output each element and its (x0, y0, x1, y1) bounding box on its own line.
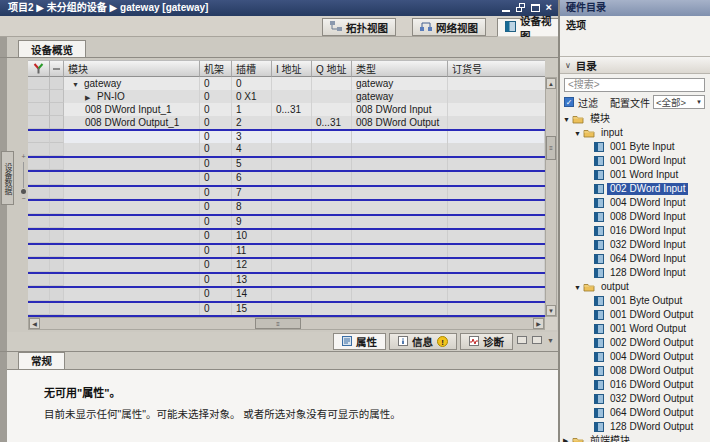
network-icon (420, 21, 432, 33)
column-header-type[interactable]: 类型 (352, 60, 448, 77)
empty-slot-row[interactable]: 04 (28, 143, 545, 155)
empty-slot-row[interactable]: 07 (28, 185, 545, 199)
scroll-right-icon[interactable]: ▶ (533, 318, 544, 329)
catalog-item[interactable]: 001 Word Input (560, 168, 710, 182)
column-header-iaddr[interactable]: I 地址 (272, 60, 312, 77)
empty-slot-row[interactable]: 09 (28, 214, 545, 228)
qaddr-cell (312, 201, 352, 213)
empty-slot-row[interactable]: 013 (28, 272, 545, 286)
options-section[interactable]: 选项 (560, 16, 710, 36)
catalog-item[interactable]: 001 DWord Output (560, 308, 710, 322)
slider-thumb[interactable] (21, 189, 26, 194)
empty-slot-row[interactable]: 012 (28, 257, 545, 271)
tab-info[interactable]: 信息 ! (389, 333, 457, 350)
empty-slot-row[interactable]: 014 (28, 286, 545, 300)
maximize-icon[interactable] (531, 4, 540, 12)
catalog-item-label: 128 DWord Input (607, 267, 688, 279)
catalog-item[interactable]: ▼input (560, 126, 710, 140)
table-row[interactable]: 008 DWord Input_1010...31008 DWord Input (28, 103, 545, 116)
search-input[interactable]: <搜索> (564, 78, 705, 92)
type-cell (352, 216, 448, 228)
catalog-item[interactable]: ▼模块 (560, 112, 710, 126)
catalog-item[interactable]: 001 Word Output (560, 322, 710, 336)
catalog-item[interactable]: 001 DWord Input (560, 154, 710, 168)
catalog-item[interactable]: 008 DWord Input (560, 210, 710, 224)
empty-slot-row[interactable]: 08 (28, 199, 545, 213)
catalog-item[interactable]: 032 DWord Output (560, 392, 710, 406)
float-panel-icon[interactable] (517, 336, 527, 344)
module-cell (64, 303, 200, 315)
catalog-item[interactable]: 001 Byte Output (560, 294, 710, 308)
empty-slot-row[interactable]: 010 (28, 228, 545, 242)
table-cell (448, 90, 545, 103)
empty-slot-row[interactable]: 011 (28, 243, 545, 257)
tab-general[interactable]: 常规 (18, 352, 65, 369)
minus-icon[interactable]: − (19, 195, 28, 203)
module-icon (594, 324, 604, 334)
catalog-item[interactable]: 128 DWord Input (560, 266, 710, 280)
filter-checkbox[interactable]: ✓ (564, 97, 574, 107)
catalog-item[interactable]: 016 DWord Input (560, 224, 710, 238)
catalog-item-label: 016 DWord Output (607, 379, 696, 391)
catalog-item[interactable]: ▼output (560, 280, 710, 294)
vertical-scrollbar[interactable]: ▲ ≡ ▼ (545, 77, 557, 317)
zoom-slider[interactable]: + − (19, 153, 28, 217)
expander-icon[interactable]: ▼ (72, 78, 84, 90)
scroll-up-icon[interactable]: ▲ (546, 78, 556, 89)
folder-icon (583, 282, 595, 292)
catalog-item[interactable]: 004 DWord Output (560, 350, 710, 364)
tab-device-view[interactable]: 设备视图 (497, 18, 560, 37)
tree-expander-icon[interactable]: ▼ (574, 130, 583, 137)
side-tab-device-data[interactable]: 设备数据 (1, 151, 14, 205)
expander-icon[interactable]: ▶ (85, 91, 97, 103)
column-header-slot[interactable]: 插槽 (232, 60, 272, 77)
catalog-section-header[interactable]: ∨ 目录 (560, 56, 710, 74)
catalog-item[interactable]: 008 DWord Output (560, 364, 710, 378)
column-header-orderno[interactable]: 订货号 (448, 60, 545, 77)
module-icon (594, 380, 604, 390)
catalog-item[interactable]: 002 DWord Input (560, 182, 710, 196)
table-row[interactable]: ▶PN-IO00 X1gateway (28, 90, 545, 103)
empty-slot-row[interactable]: 05 (28, 156, 545, 170)
tab-topology-view[interactable]: 拓扑视图 (322, 18, 396, 36)
plus-icon[interactable]: + (19, 153, 28, 161)
tab-properties[interactable]: 属性 (333, 333, 386, 350)
catalog-item[interactable]: 064 DWord Input (560, 252, 710, 266)
tab-network-view[interactable]: 网络视图 (412, 18, 486, 36)
empty-slot-row[interactable]: 015 (28, 301, 545, 315)
address-filter-icon[interactable] (28, 60, 50, 77)
tree-expander-icon[interactable]: ▼ (574, 284, 583, 291)
tab-device-overview[interactable]: 设备概览 (18, 40, 86, 58)
row-icon-cell (28, 288, 50, 300)
tree-expander-icon[interactable]: ▼ (563, 116, 572, 123)
catalog-item[interactable]: 032 DWord Input (560, 238, 710, 252)
horizontal-scrollbar[interactable]: ◀ ≡ ▶ (28, 317, 545, 330)
table-row[interactable]: ▼gateway00gateway (28, 77, 545, 90)
tab-diagnostics[interactable]: 诊断 (460, 333, 513, 350)
profile-dropdown[interactable]: <全部> ▼ (653, 95, 705, 109)
scroll-left-icon[interactable]: ◀ (29, 318, 40, 329)
catalog-item[interactable]: 002 DWord Output (560, 336, 710, 350)
empty-slot-row[interactable]: 03 (28, 129, 545, 143)
catalog-item[interactable]: 064 DWord Output (560, 406, 710, 420)
close-icon[interactable]: × (546, 3, 552, 12)
collapse-panel-icon[interactable] (532, 336, 542, 344)
tree-expander-icon[interactable]: ▶ (563, 437, 572, 442)
vertical-scroll-thumb[interactable]: ≡ (546, 136, 556, 160)
row-gutter-cell (50, 216, 64, 228)
empty-slot-row[interactable]: 06 (28, 170, 545, 184)
catalog-item[interactable]: 016 DWord Output (560, 378, 710, 392)
column-header-rack[interactable]: 机架 (200, 60, 232, 77)
catalog-item[interactable]: 004 DWord Input (560, 196, 710, 210)
table-row[interactable]: 008 DWord Output_1020...31008 DWord Outp… (28, 116, 545, 129)
scroll-down-icon[interactable]: ▼ (546, 305, 556, 316)
column-header-qaddr[interactable]: Q 地址 (312, 60, 352, 77)
chevron-down-icon[interactable]: ▼ (547, 337, 554, 344)
column-header-module[interactable]: 模块 (64, 60, 200, 77)
restore-icon[interactable] (516, 3, 525, 12)
catalog-item[interactable]: 128 DWord Output (560, 420, 710, 434)
catalog-item[interactable]: ▶前端模块 (560, 434, 710, 442)
horizontal-scroll-thumb[interactable]: ≡ (255, 318, 301, 329)
catalog-item[interactable]: 001 Byte Input (560, 140, 710, 154)
minimize-icon[interactable] (502, 4, 510, 12)
